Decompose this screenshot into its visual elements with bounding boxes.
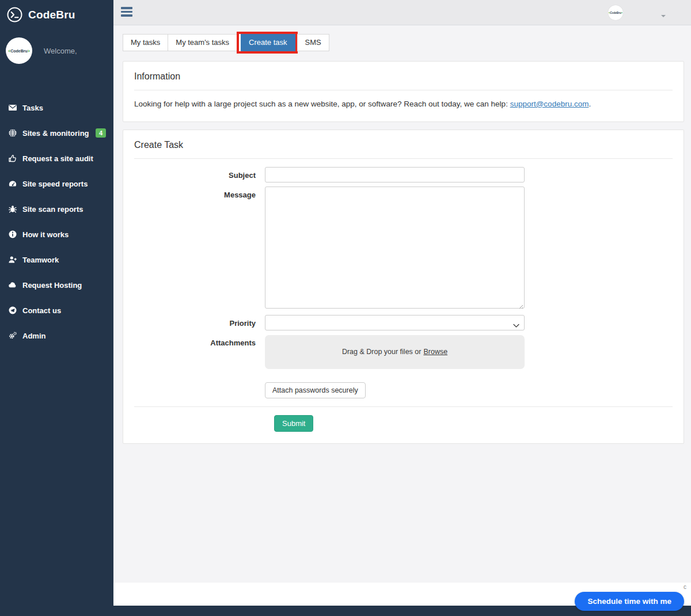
sidebar-item-how-it-works[interactable]: How it works (0, 222, 113, 247)
subject-input[interactable] (265, 167, 525, 182)
sidebar-item-speed-reports[interactable]: Site speed reports (0, 171, 113, 196)
create-task-panel: Create Task Subject Message (123, 130, 684, 444)
globe-icon (7, 128, 17, 138)
information-text: Looking for help with a large project su… (134, 98, 673, 110)
tab-create-task[interactable]: Create task (241, 34, 295, 51)
user-menu-caret-icon[interactable] (661, 15, 666, 17)
info-circle-icon (7, 230, 17, 239)
attach-passwords-button[interactable]: Attach passwords securely (265, 382, 366, 398)
sidebar-item-label: Teamwork (22, 256, 59, 264)
sidebar-item-tasks[interactable]: Tasks (0, 95, 113, 120)
task-tabs: My tasks My team's tasks Create task SMS (123, 32, 691, 54)
message-textarea[interactable] (265, 187, 525, 309)
subject-label: Subject (134, 167, 265, 182)
tachometer-icon (7, 179, 17, 189)
attachments-label: Attachments (134, 334, 265, 369)
sidebar-item-request-hosting[interactable]: Request Hosting (0, 272, 113, 298)
sidebar-item-contact-us[interactable]: Contact us (0, 298, 113, 323)
divider (134, 158, 673, 159)
app-root: CodeBru <CodeBru> Welcome, Tasks Sites &… (0, 0, 691, 616)
sidebar-item-label: Sites & monitoring (22, 129, 89, 138)
sidebar-nav: Tasks Sites & monitoring 4 Request a sit… (0, 95, 113, 348)
avatar-label: <CodeBru> (8, 49, 30, 53)
dropzone-text: Drag & Drop your files or (342, 348, 422, 356)
create-task-title: Create Task (134, 140, 673, 158)
sidebar-item-label: Admin (22, 332, 45, 340)
information-panel: Information Looking for help with a larg… (123, 61, 684, 122)
divider (134, 406, 673, 407)
file-dropzone[interactable]: Drag & Drop your files orBrowse (265, 335, 525, 369)
topbar-avatar-label: <CodeBru> (609, 12, 622, 14)
topbar: <CodeBru> (113, 0, 691, 25)
sidebar-item-label: Request a site audit (22, 154, 93, 163)
footer-partial-text: c (684, 584, 686, 590)
information-title: Information (134, 71, 673, 90)
support-email-link[interactable]: support@codebru.com (510, 100, 589, 108)
content-area: My tasks My team's tasks Create task SMS… (113, 25, 691, 583)
terminal-logo-icon (7, 7, 22, 22)
submit-button[interactable]: Submit (274, 415, 313, 432)
sidebar: CodeBru <CodeBru> Welcome, Tasks Sites &… (0, 0, 113, 616)
sidebar-item-admin[interactable]: Admin (0, 323, 113, 348)
sidebar-item-label: Tasks (22, 104, 43, 112)
hamburger-menu-icon[interactable] (121, 7, 132, 18)
main-area: <CodeBru> My tasks My team's tasks Creat… (113, 0, 691, 616)
bug-icon (7, 204, 17, 214)
sidebar-item-site-audit[interactable]: Request a site audit (0, 146, 113, 171)
user-plus-icon (7, 255, 17, 265)
tab-sms[interactable]: SMS (297, 34, 329, 51)
brand-name: CodeBru (28, 9, 75, 21)
profile-block: <CodeBru> Welcome, (0, 37, 113, 89)
tab-my-teams-tasks[interactable]: My team's tasks (168, 34, 237, 51)
priority-select[interactable] (265, 315, 525, 330)
tab-my-tasks[interactable]: My tasks (123, 34, 168, 51)
notification-badge: 4 (96, 128, 106, 138)
topbar-avatar[interactable]: <CodeBru> (608, 5, 623, 20)
envelope-icon (7, 103, 17, 113)
red-highlight-annotation: Create task (237, 32, 297, 54)
sidebar-item-teamwork[interactable]: Teamwork (0, 247, 113, 272)
cloud-icon (7, 280, 17, 290)
welcome-text: Welcome, (44, 47, 77, 55)
spacer (134, 382, 265, 398)
sidebar-item-label: Contact us (22, 306, 61, 315)
sidebar-item-sites-monitoring[interactable]: Sites & monitoring 4 (0, 120, 113, 146)
browse-link[interactable]: Browse (423, 348, 447, 356)
sidebar-item-scan-reports[interactable]: Site scan reports (0, 196, 113, 222)
sidebar-item-label: Request Hosting (22, 281, 82, 290)
send-icon (7, 306, 17, 315)
gears-icon (7, 331, 17, 341)
priority-label: Priority (134, 315, 265, 330)
brand-logo[interactable]: CodeBru (0, 0, 113, 29)
sidebar-item-label: Site scan reports (22, 205, 83, 214)
thumbs-up-icon (7, 154, 17, 163)
schedule-time-button[interactable]: Schedule time with me (575, 592, 684, 611)
divider (134, 90, 673, 90)
message-label: Message (134, 187, 265, 311)
avatar[interactable]: <CodeBru> (6, 37, 32, 64)
sidebar-item-label: Site speed reports (22, 180, 88, 188)
create-task-form: Subject Message Priority (134, 167, 673, 432)
sidebar-item-label: How it works (22, 230, 69, 239)
